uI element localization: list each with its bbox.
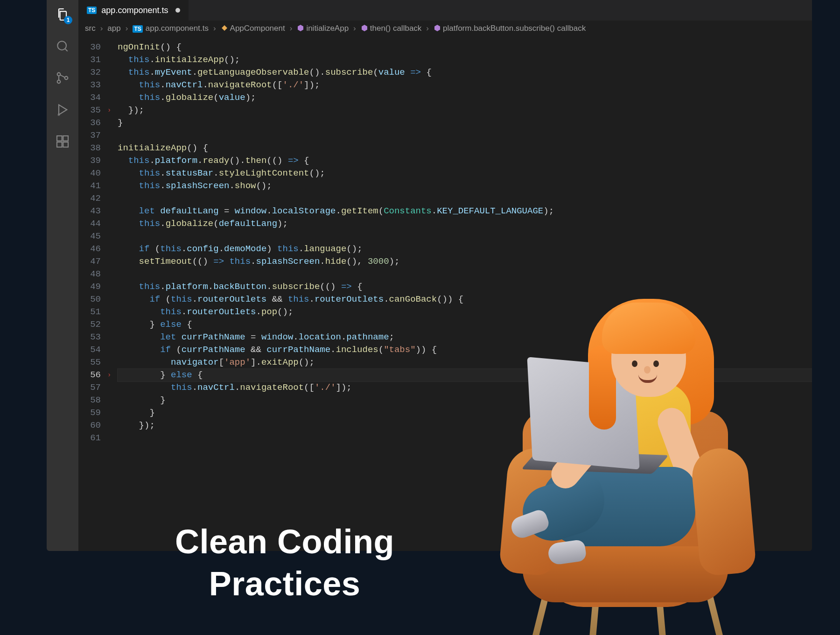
svg-point-2	[57, 80, 61, 84]
overlay-title: Clean Coding Practices	[121, 521, 448, 605]
extensions-icon[interactable]	[54, 133, 71, 150]
svg-rect-6	[57, 142, 62, 147]
line-number-gutter: 3031323334353637383940414243444546474849…	[78, 36, 107, 551]
tab-filename: app.component.ts	[101, 6, 168, 15]
unsaved-indicator-icon	[175, 8, 180, 13]
chevron-right-icon: ›	[126, 24, 128, 33]
search-icon[interactable]	[54, 37, 71, 55]
svg-rect-7	[63, 142, 68, 147]
breadcrumb-app[interactable]: app	[107, 24, 120, 33]
svg-point-0	[57, 41, 66, 50]
chevron-right-icon: ›	[100, 24, 103, 33]
svg-rect-8	[63, 136, 68, 141]
svg-rect-5	[57, 136, 62, 141]
breadcrumb-class[interactable]: AppComponent	[221, 24, 285, 33]
breadcrumb-callback1[interactable]: then() callback	[361, 24, 422, 33]
chevron-right-icon: ›	[290, 24, 293, 33]
tab-bar: TS app.component.ts	[78, 0, 812, 21]
explorer-badge: 1	[64, 16, 72, 24]
chevron-right-icon: ›	[353, 24, 356, 33]
breadcrumb-file[interactable]: TSapp.component.ts	[133, 24, 209, 33]
overlay-line1: Clean Coding	[121, 521, 448, 563]
svg-point-4	[57, 113, 60, 116]
typescript-badge-icon: TS	[133, 25, 142, 33]
chevron-right-icon: ›	[426, 24, 429, 33]
svg-point-1	[57, 73, 61, 76]
explorer-icon[interactable]: 1	[54, 6, 71, 23]
breadcrumb-src[interactable]: src	[85, 24, 96, 33]
typescript-badge-icon: TS	[87, 7, 97, 14]
breadcrumb-callback2[interactable]: platform.backButton.subscribe() callback	[434, 24, 586, 33]
overlay-line2: Practices	[121, 563, 448, 605]
breadcrumb[interactable]: src › app › TSapp.component.ts › AppComp…	[78, 21, 812, 36]
activity-bar: 1	[47, 0, 78, 551]
chevron-right-icon: ›	[213, 24, 216, 33]
illustration-person-on-chair	[471, 294, 779, 621]
svg-point-3	[65, 77, 68, 80]
run-debug-icon[interactable]	[54, 101, 71, 119]
breadcrumb-method[interactable]: initializeApp	[297, 24, 349, 33]
tab-app-component[interactable]: TS app.component.ts	[78, 0, 189, 21]
source-control-icon[interactable]	[54, 69, 71, 87]
fold-gutter[interactable]: ››	[107, 36, 114, 551]
